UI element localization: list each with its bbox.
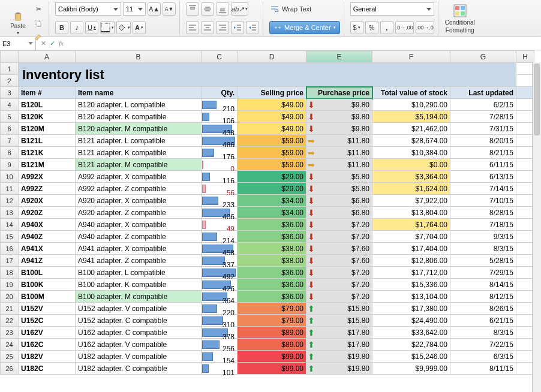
row-header-8[interactable]: 8 bbox=[1, 147, 19, 159]
currency-button[interactable]: $▾ bbox=[350, 21, 363, 34]
cell-item-name[interactable]: A941 adapter. Z compatible bbox=[76, 255, 202, 267]
cell-item-num[interactable]: A940X bbox=[19, 219, 76, 231]
cell-total-value[interactable]: $13,104.00 bbox=[372, 291, 450, 303]
cell-qty[interactable]: 492 bbox=[202, 267, 238, 279]
merge-center-button[interactable]: Merge & Center▾ bbox=[269, 21, 340, 34]
cell-total-value[interactable]: $28,674.00 bbox=[372, 135, 450, 147]
font-size-select[interactable]: 11 bbox=[123, 2, 146, 16]
cell-qty[interactable]: 337 bbox=[202, 255, 238, 267]
cell-qty[interactable]: 310 bbox=[202, 315, 238, 327]
cell-selling-price[interactable]: $49.00 bbox=[238, 99, 306, 111]
cell-purchase-price[interactable]: ➡$11.80 bbox=[306, 147, 372, 159]
cell-selling-price[interactable]: $99.00 bbox=[238, 351, 306, 363]
cell-last-updated[interactable]: 8/12/15 bbox=[450, 291, 516, 303]
align-bottom-button[interactable] bbox=[216, 2, 229, 16]
cell-purchase-price[interactable]: ⬇$6.80 bbox=[306, 207, 372, 219]
cell-last-updated[interactable]: 6/11/15 bbox=[450, 159, 516, 171]
copy-button[interactable] bbox=[32, 17, 45, 30]
header-total-value[interactable]: Total value of stock bbox=[372, 87, 450, 99]
row-header-1[interactable]: 1 bbox=[1, 63, 19, 75]
col-header-C[interactable]: C bbox=[202, 51, 238, 63]
cell-item-num[interactable]: U162C bbox=[19, 339, 76, 351]
cell-item-name[interactable]: B100 adapter. M compatible bbox=[76, 291, 202, 303]
cell-purchase-price[interactable]: ⬇$5.80 bbox=[306, 183, 372, 195]
cell-last-updated[interactable]: 7/10/15 bbox=[450, 195, 516, 207]
cell-total-value[interactable]: $0.00 bbox=[372, 159, 450, 171]
cell-purchase-price[interactable]: ⬆$15.80 bbox=[306, 303, 372, 315]
row-header-14[interactable]: 14 bbox=[1, 219, 19, 231]
cell-selling-price[interactable]: $36.00 bbox=[238, 219, 306, 231]
cell-qty[interactable]: 256 bbox=[202, 339, 238, 351]
cell-qty[interactable]: 406 bbox=[202, 207, 238, 219]
cell-purchase-price[interactable]: ⬇$7.20 bbox=[306, 267, 372, 279]
col-header-B[interactable]: B bbox=[76, 51, 202, 63]
row-header-22[interactable]: 22 bbox=[1, 315, 19, 327]
underline-button[interactable]: U▾ bbox=[85, 21, 98, 34]
cell-qty[interactable]: 49 bbox=[202, 219, 238, 231]
cell-last-updated[interactable]: 7/18/15 bbox=[450, 219, 516, 231]
cell-item-num[interactable]: A940Z bbox=[19, 231, 76, 243]
cell-purchase-price[interactable]: ⬇$5.80 bbox=[306, 171, 372, 183]
cell-selling-price[interactable]: $34.00 bbox=[238, 195, 306, 207]
cell-item-num[interactable]: B120L bbox=[19, 99, 76, 111]
row-header-26[interactable]: 26 bbox=[1, 363, 19, 375]
col-header-H[interactable]: H bbox=[516, 51, 534, 63]
cell-item-num[interactable]: U152V bbox=[19, 303, 76, 315]
cell-item-num[interactable]: B100K bbox=[19, 279, 76, 291]
cell-selling-price[interactable]: $49.00 bbox=[238, 123, 306, 135]
row-header-18[interactable]: 18 bbox=[1, 267, 19, 279]
cell-qty[interactable]: 0 bbox=[202, 159, 238, 171]
row-header-15[interactable]: 15 bbox=[1, 231, 19, 243]
cell-last-updated[interactable]: 7/31/15 bbox=[450, 123, 516, 135]
align-right-button[interactable] bbox=[216, 21, 229, 34]
cell-selling-price[interactable]: $36.00 bbox=[238, 291, 306, 303]
cell-total-value[interactable]: $9,999.00 bbox=[372, 363, 450, 375]
cell-last-updated[interactable]: 5/28/15 bbox=[450, 255, 516, 267]
cell-purchase-price[interactable]: ⬇$7.20 bbox=[306, 219, 372, 231]
col-header-G[interactable]: G bbox=[450, 51, 516, 63]
cell-last-updated[interactable]: 8/3/15 bbox=[450, 327, 516, 339]
fill-color-button[interactable]: ▾ bbox=[116, 21, 131, 34]
cell-total-value[interactable]: $17,380.00 bbox=[372, 303, 450, 315]
cell-qty[interactable]: 116 bbox=[202, 171, 238, 183]
scrollbar-thumb[interactable] bbox=[534, 64, 540, 135]
cell-item-num[interactable]: B121M bbox=[19, 159, 76, 171]
cell-item-num[interactable]: U182V bbox=[19, 351, 76, 363]
cell-item-num[interactable]: U152C bbox=[19, 315, 76, 327]
row-header-21[interactable]: 21 bbox=[1, 303, 19, 315]
cell-qty[interactable]: 176 bbox=[202, 147, 238, 159]
cell-item-num[interactable]: A941X bbox=[19, 243, 76, 255]
decrease-decimal-button[interactable]: .00→.0 bbox=[416, 21, 434, 34]
cell-item-num[interactable]: B120M bbox=[19, 123, 76, 135]
conditional-formatting-button[interactable]: Conditional Formatting bbox=[444, 2, 476, 34]
cell-total-value[interactable]: $24,490.00 bbox=[372, 315, 450, 327]
row-header-13[interactable]: 13 bbox=[1, 207, 19, 219]
cell-total-value[interactable]: $7,704.00 bbox=[372, 231, 450, 243]
cell-selling-price[interactable]: $99.00 bbox=[238, 363, 306, 375]
col-header-F[interactable]: F bbox=[372, 51, 450, 63]
fx-icon[interactable]: fx bbox=[59, 40, 64, 47]
cell-selling-price[interactable]: $34.00 bbox=[238, 207, 306, 219]
cell-item-name[interactable]: A992 adapter. Z compatible bbox=[76, 183, 202, 195]
cell-last-updated[interactable]: 8/20/15 bbox=[450, 135, 516, 147]
cell-total-value[interactable]: $17,712.00 bbox=[372, 267, 450, 279]
col-header-A[interactable]: A bbox=[19, 51, 76, 63]
header-qty[interactable]: Qty. bbox=[202, 87, 238, 99]
align-center-button[interactable] bbox=[201, 21, 214, 34]
name-box[interactable]: E3 bbox=[0, 37, 36, 50]
cell-item-name[interactable]: A940 adapter. X compatible bbox=[76, 219, 202, 231]
cell-qty[interactable]: 214 bbox=[202, 231, 238, 243]
cell-total-value[interactable]: $21,462.00 bbox=[372, 123, 450, 135]
wrap-text-button[interactable]: Wrap Text bbox=[269, 2, 312, 16]
cell-qty[interactable]: 233 bbox=[202, 195, 238, 207]
cell-total-value[interactable]: $15,246.00 bbox=[372, 351, 450, 363]
cell-item-num[interactable]: B120K bbox=[19, 111, 76, 123]
cell-purchase-price[interactable]: ⬇$7.20 bbox=[306, 291, 372, 303]
cell-last-updated[interactable]: 6/3/15 bbox=[450, 351, 516, 363]
row-header-2[interactable]: 2 bbox=[1, 75, 19, 87]
cell-selling-price[interactable]: $38.00 bbox=[238, 243, 306, 255]
cell-total-value[interactable]: $12,806.00 bbox=[372, 255, 450, 267]
cell-item-name[interactable]: A920 adapter. X compatible bbox=[76, 195, 202, 207]
row-header-12[interactable]: 12 bbox=[1, 195, 19, 207]
cell-qty[interactable]: 458 bbox=[202, 243, 238, 255]
